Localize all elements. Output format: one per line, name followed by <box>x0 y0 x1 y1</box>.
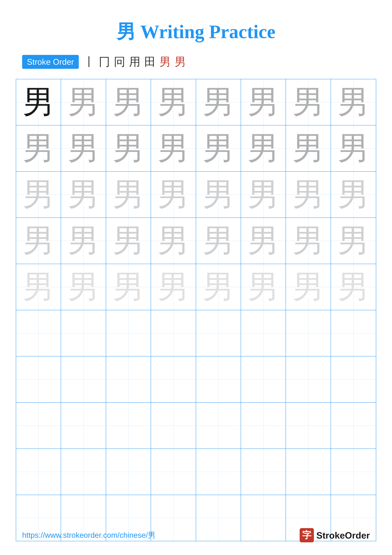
grid-cell[interactable]: 男 <box>241 79 286 125</box>
practice-char: 男 <box>113 179 144 210</box>
grid-cell[interactable]: 男 <box>61 172 106 218</box>
footer-url[interactable]: https://www.strokeorder.com/chinese/男 <box>22 530 156 540</box>
grid-cell[interactable]: 男 <box>151 218 196 264</box>
grid-cell[interactable] <box>16 310 61 356</box>
grid-cell[interactable] <box>331 357 376 402</box>
grid-row <box>16 403 376 449</box>
grid-cell[interactable]: 男 <box>106 79 151 125</box>
grid-cell[interactable]: 男 <box>16 172 61 218</box>
grid-cell[interactable]: 男 <box>286 218 331 264</box>
grid-cell[interactable] <box>61 403 106 449</box>
grid-cell[interactable]: 男 <box>241 125 286 171</box>
practice-char: 男 <box>68 179 99 210</box>
grid-cell[interactable]: 男 <box>16 79 61 125</box>
grid-cell[interactable]: 男 <box>286 264 331 310</box>
grid-cell[interactable] <box>61 310 106 356</box>
grid-cell[interactable] <box>151 357 196 402</box>
grid-cell[interactable] <box>286 449 331 495</box>
practice-char: 男 <box>157 132 189 164</box>
grid-row: 男男男男男男男男 <box>16 218 376 264</box>
grid-cell[interactable] <box>196 310 241 356</box>
practice-char: 男 <box>23 271 54 303</box>
grid-cell[interactable]: 男 <box>16 218 61 264</box>
practice-char: 男 <box>248 132 279 164</box>
practice-char: 男 <box>113 132 144 164</box>
footer-logo-text: StrokeOrder <box>316 530 370 540</box>
grid-cell[interactable] <box>241 403 286 449</box>
grid-cell[interactable]: 男 <box>196 125 241 171</box>
grid-cell[interactable] <box>286 403 331 449</box>
grid-cell[interactable] <box>151 310 196 356</box>
grid-cell[interactable] <box>151 449 196 495</box>
grid-cell[interactable] <box>16 357 61 402</box>
grid-cell[interactable]: 男 <box>151 264 196 310</box>
grid-cell[interactable] <box>196 403 241 449</box>
grid-cell[interactable]: 男 <box>61 264 106 310</box>
grid-cell[interactable]: 男 <box>61 218 106 264</box>
practice-char: 男 <box>23 225 54 257</box>
practice-char: 男 <box>248 225 279 257</box>
grid-cell[interactable] <box>331 310 376 356</box>
grid-cell[interactable]: 男 <box>16 125 61 171</box>
grid-cell[interactable]: 男 <box>61 125 106 171</box>
practice-char: 男 <box>157 225 189 257</box>
grid-cell[interactable]: 男 <box>196 172 241 218</box>
grid-cell[interactable]: 男 <box>151 79 196 125</box>
grid-cell[interactable]: 男 <box>106 264 151 310</box>
grid-cell[interactable]: 男 <box>241 218 286 264</box>
grid-row: 男男男男男男男男 <box>16 79 376 125</box>
grid-cell[interactable] <box>331 449 376 495</box>
grid-cell[interactable] <box>241 357 286 402</box>
practice-char: 男 <box>292 132 324 164</box>
grid-cell[interactable]: 男 <box>286 125 331 171</box>
grid-cell[interactable] <box>16 449 61 495</box>
grid-cell[interactable] <box>286 357 331 402</box>
grid-cell[interactable] <box>61 449 106 495</box>
grid-cell[interactable] <box>61 357 106 402</box>
grid-cell[interactable] <box>241 449 286 495</box>
grid-cell[interactable]: 男 <box>241 172 286 218</box>
practice-char: 男 <box>292 86 324 118</box>
grid-cell[interactable]: 男 <box>106 218 151 264</box>
practice-char: 男 <box>248 271 279 303</box>
grid-cell[interactable]: 男 <box>106 172 151 218</box>
grid-cell[interactable]: 男 <box>196 264 241 310</box>
practice-char: 男 <box>292 179 324 210</box>
grid-cell[interactable]: 男 <box>61 79 106 125</box>
grid-cell[interactable]: 男 <box>16 264 61 310</box>
page-title: 男 Writing Practice <box>0 0 392 54</box>
grid-cell[interactable]: 男 <box>151 172 196 218</box>
grid-cell[interactable] <box>196 449 241 495</box>
grid-cell[interactable] <box>151 403 196 449</box>
grid-cell[interactable]: 男 <box>286 172 331 218</box>
grid-cell[interactable] <box>106 357 151 402</box>
grid-cell[interactable]: 男 <box>196 218 241 264</box>
grid-cell[interactable]: 男 <box>331 218 376 264</box>
grid-cell[interactable] <box>106 449 151 495</box>
stroke-1: 丨 <box>84 54 95 69</box>
grid-cell[interactable]: 男 <box>331 79 376 125</box>
practice-char: 男 <box>203 271 234 303</box>
practice-char: 男 <box>248 86 279 118</box>
practice-char: 男 <box>338 271 369 303</box>
grid-cell[interactable] <box>16 403 61 449</box>
grid-cell[interactable]: 男 <box>106 125 151 171</box>
grid-row: 男男男男男男男男 <box>16 172 376 218</box>
grid-cell[interactable]: 男 <box>331 125 376 171</box>
grid-cell[interactable]: 男 <box>286 79 331 125</box>
grid-cell[interactable] <box>241 310 286 356</box>
grid-cell[interactable] <box>331 403 376 449</box>
stroke-7: 男 <box>175 54 186 69</box>
grid-cell[interactable]: 男 <box>331 264 376 310</box>
grid-cell[interactable] <box>106 403 151 449</box>
grid-cell[interactable]: 男 <box>151 125 196 171</box>
grid-cell[interactable] <box>196 357 241 402</box>
grid-cell[interactable]: 男 <box>196 79 241 125</box>
practice-char: 男 <box>157 271 189 303</box>
practice-grid: 男男男男男男男男男男男男男男男男男男男男男男男男男男男男男男男男男男男男男男男男 <box>16 79 376 541</box>
grid-cell[interactable]: 男 <box>241 264 286 310</box>
grid-cell[interactable] <box>106 310 151 356</box>
grid-cell[interactable]: 男 <box>331 172 376 218</box>
practice-char: 男 <box>157 86 189 118</box>
grid-cell[interactable] <box>286 310 331 356</box>
